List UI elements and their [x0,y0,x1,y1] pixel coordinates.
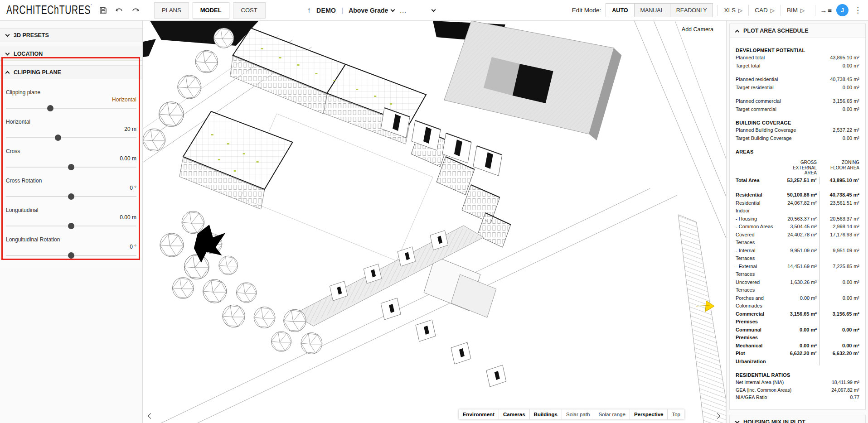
slider-thumb[interactable] [68,252,74,259]
area-row-label: Plot Urbanization [736,350,773,365]
area-zoning-value: 3,156.65 m² [819,310,859,326]
area-zoning-value: 0.00 m² [819,294,859,310]
area-zoning-value: 9,951.09 m² [819,247,859,263]
slider-track[interactable] [6,251,136,260]
row-value: 24,067.82 m² [831,386,859,394]
accordion-title: LOCATION [14,51,43,57]
row-label: NIA/GEA Ratio [736,394,767,401]
row-value: 2,537.22 m² [833,126,859,135]
slider-label: Longuitudinal [6,207,136,214]
accordion-plot-area-schedule[interactable]: PLOT AREA SCHEDULE [730,24,865,38]
main-tabs: PLANSMODELCOST [154,2,266,19]
area-row-label: - Common Areas [736,223,773,231]
row-label: Target total [736,62,760,70]
view-tab-cameras[interactable]: Cameras [499,409,530,419]
area-row: Mechanical0.00 m²0.00 m² [736,342,859,350]
area-zoning-value: 6,632.20 m² [819,350,859,365]
spacer [736,160,773,176]
edit-mode-auto[interactable]: AUTO [606,4,634,17]
accordion-clipping-plane[interactable]: CLIPPING PLANE [0,65,142,79]
area-gross-value: 1,630.26 m² [773,279,817,294]
row-label: Target Building Coverage [736,135,792,143]
collapse-panel-icon[interactable]: →≡ [815,5,832,16]
plot-area-schedule-body: DEVELOPMENT POTENTIALPlanned total43,895… [730,38,865,409]
undo-icon[interactable] [112,4,126,17]
project-name[interactable]: DEMO [316,7,336,14]
slider-track-line [6,137,136,138]
edit-mode-readonly[interactable]: READONLY [670,4,713,17]
avatar[interactable]: J [836,4,849,16]
area-gross-value: 14,451.69 m² [773,263,817,279]
slider-track[interactable] [6,163,136,171]
residential-ratios: RESIDENTIAL RATIOSNet Internal Area (NIA… [736,372,859,401]
grade-selector[interactable]: Above Grade [349,7,394,14]
save-icon[interactable] [96,4,110,17]
slider-track[interactable] [6,192,136,201]
export-xls-button[interactable]: XLS▷ [718,5,748,16]
right-sidebar: PLOT AREA SCHEDULE DEVELOPMENT POTENTIAL… [726,21,868,423]
slider-track[interactable] [6,222,136,230]
chevron-down-icon[interactable] [432,7,436,12]
next-view-icon[interactable] [715,413,722,419]
grade-more[interactable]: ... [400,7,407,14]
accordion-3d-presets[interactable]: 3D PRESETS [0,28,142,42]
area-row-label: Commercial Premises [736,310,773,326]
row-label: Planned total [736,54,765,62]
tab-model[interactable]: MODEL [193,2,229,19]
slider-thumb[interactable] [47,105,53,111]
area-row-label: - External Terraces [736,263,773,279]
kebab-menu-icon[interactable]: ⋮ [853,5,863,15]
area-row-label: Total Area [736,177,773,185]
accordion-housing-mix-in-plot[interactable]: HOUSING MIX IN PLOT [730,415,865,423]
prev-view-icon[interactable] [149,413,155,419]
area-row: Covered Terraces24,402.78 m²17,176.93 m² [736,231,859,247]
plot-area-schedule-panel: PLOT AREA SCHEDULE DEVELOPMENT POTENTIAL… [729,24,866,410]
add-camera-button[interactable]: Add Camera [682,26,713,33]
area-row-label: Porches and Colonnades [736,294,773,310]
area-zoning-value: 7,225.85 m² [819,263,859,279]
view-tab-buildings[interactable]: Buildings [530,409,562,419]
data-row: Target total0.00 m² [736,62,859,70]
view-tab-solar-range[interactable]: Solar range [594,409,630,419]
3d-viewport[interactable]: Add Camera EnvironmentCamerasBuildingsSo… [143,21,726,423]
area-row: Uncovered Terraces1,630.26 m²0.00 m² [736,279,859,294]
section-title: RESIDENTIAL RATIOS [736,372,859,378]
tab-cost[interactable]: COST [233,2,266,19]
slider-thumb[interactable] [68,223,74,229]
3d-scene[interactable] [143,21,726,423]
redo-icon[interactable] [129,4,142,17]
export-cad-button[interactable]: CAD▷ [748,5,781,16]
upload-arrow-icon[interactable]: ↑ [307,6,311,15]
edit-mode-manual[interactable]: MANUAL [634,4,670,17]
slider-thumb[interactable] [68,193,74,200]
area-gross-value: 24,402.78 m² [773,231,817,247]
tab-plans[interactable]: PLANS [154,2,189,19]
slider-label: Horizontal [6,119,136,126]
slider-track[interactable] [6,104,136,112]
slider-thumb[interactable] [55,135,61,141]
row-label: Planned residential [736,76,778,84]
slider-track[interactable] [6,134,136,142]
logo-mark: ’ [91,3,92,9]
topbar-right: Edit Mode: AUTOMANUALREADONLY XLS▷CAD▷BI… [572,3,863,17]
view-tab-environment[interactable]: Environment [459,409,499,419]
chevron-down-icon [391,7,395,12]
area-gross-value: 53,257.51 m² [773,177,817,185]
view-tab-perspective[interactable]: Perspective [630,409,668,419]
accordion-title: CLIPPING PLANE [14,69,61,76]
area-zoning-value: 0.00 m² [819,342,859,350]
edit-mode-switch: AUTOMANUALREADONLY [606,3,713,17]
row-value: 0.00 m² [843,106,859,114]
area-row: - Internal Terraces9,951.09 m²9,951.09 m… [736,247,859,263]
view-tab-solar-path[interactable]: Solar path [562,409,594,419]
slider-value: 20 m [6,126,136,133]
section-title: AREAS [736,149,859,154]
export-label: CAD [755,7,768,14]
row-label: Net Internal Area (NIA) [736,379,784,386]
view-tab-top[interactable]: Top [668,409,684,419]
export-bim-button[interactable]: BIM▷ [781,5,810,16]
area-zoning-value: 20,563.37 m² [819,215,859,223]
area-row-label: Residential [736,191,773,199]
slider-thumb[interactable] [68,164,74,170]
accordion-location[interactable]: LOCATION [0,47,142,61]
